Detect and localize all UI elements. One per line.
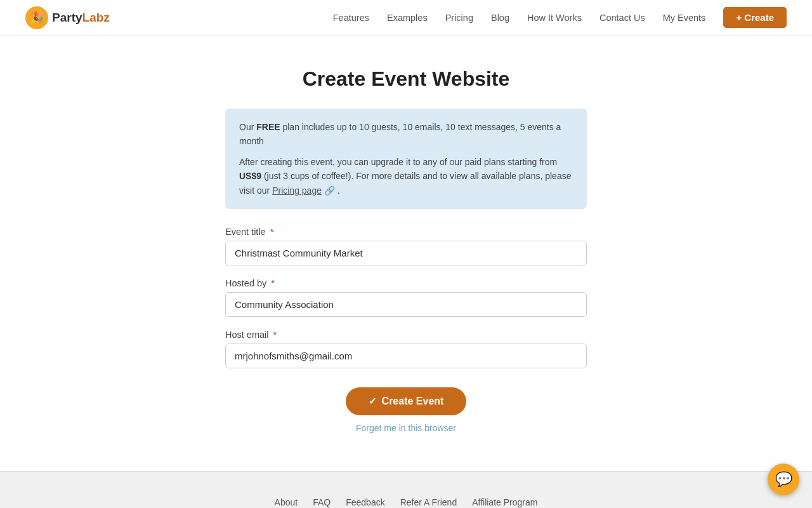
hosted-by-label: Hosted by * <box>225 278 587 288</box>
create-event-label: Create Event <box>382 396 444 407</box>
host-email-input[interactable] <box>225 344 587 368</box>
nav-link-examples[interactable]: Examples <box>387 13 428 23</box>
footer-link-about[interactable]: About <box>275 497 298 507</box>
info-period: . <box>337 185 340 196</box>
form-actions: ✓ Create Event Forget me in this browser <box>225 381 587 433</box>
main-content: Create Event Website Our FREE plan inclu… <box>0 36 812 471</box>
free-badge: FREE <box>256 122 280 132</box>
navbar: 🎉 PartyLabz Features Examples Pricing Bl… <box>0 0 812 36</box>
logo-link[interactable]: 🎉 PartyLabz <box>25 6 110 29</box>
footer-link-affiliate[interactable]: Affiliate Program <box>472 497 537 507</box>
nav-link-how-it-works[interactable]: How It Works <box>527 13 582 23</box>
info-text-upgrade: After creating this event, you can upgra… <box>239 157 557 167</box>
nav-link-features[interactable]: Features <box>333 13 369 23</box>
footer-link-faq[interactable]: FAQ <box>313 497 331 507</box>
event-title-group: Event title * <box>225 227 587 265</box>
event-title-required: * <box>270 227 274 237</box>
pricing-page-link[interactable]: Pricing page <box>272 185 322 196</box>
nav-link-blog[interactable]: Blog <box>491 13 509 23</box>
create-event-button[interactable]: ✓ Create Event <box>346 387 467 415</box>
hosted-by-input[interactable] <box>225 292 587 317</box>
nav-link-my-events[interactable]: My Events <box>663 13 706 23</box>
host-email-group: Host email * <box>225 330 587 368</box>
event-title-input[interactable] <box>225 241 587 265</box>
checkmark-icon: ✓ <box>369 396 377 407</box>
footer: About FAQ Feedback Refer A Friend Affili… <box>0 471 812 508</box>
hosted-by-required: * <box>271 278 275 288</box>
footer-link-feedback[interactable]: Feedback <box>346 497 384 507</box>
nav-create-button[interactable]: + Create <box>723 7 787 28</box>
event-title-label: Event title * <box>225 227 587 237</box>
info-text-our: Our <box>239 122 256 132</box>
forget-me-link[interactable]: Forget me in this browser <box>356 423 456 433</box>
nav-links: Features Examples Pricing Blog How It Wo… <box>333 7 787 28</box>
info-external-icon: 🔗 <box>324 185 335 196</box>
hosted-by-group: Hosted by * <box>225 278 587 317</box>
page-title: Create Event Website <box>303 67 510 91</box>
logo-text: PartyLabz <box>52 11 110 25</box>
logo-icon: 🎉 <box>25 6 48 29</box>
info-text-plan: plan includes up to 10 guests, 10 emails… <box>239 122 561 146</box>
footer-link-refer[interactable]: Refer A Friend <box>400 497 457 507</box>
host-email-label: Host email * <box>225 330 587 340</box>
price-badge: US$9 <box>239 171 261 181</box>
create-event-form: Event title * Hosted by * Host email * ✓ <box>225 227 587 433</box>
footer-row-1: About FAQ Feedback Refer A Friend Affili… <box>13 497 799 507</box>
info-box: Our FREE plan includes up to 10 guests, … <box>225 109 587 209</box>
nav-link-contact-us[interactable]: Contact Us <box>599 13 645 23</box>
chat-widget[interactable]: 💬 <box>768 464 799 495</box>
nav-link-pricing[interactable]: Pricing <box>445 13 473 23</box>
host-email-required: * <box>273 330 277 340</box>
chat-icon: 💬 <box>775 471 792 488</box>
